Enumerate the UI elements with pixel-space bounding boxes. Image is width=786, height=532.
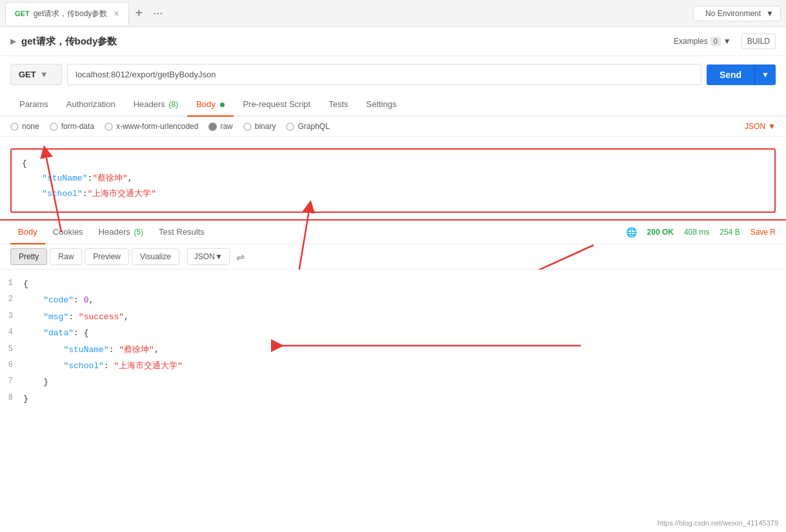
code-line-2: "stuName":"蔡徐坤", (22, 171, 764, 186)
headers-badge: (8) (168, 100, 178, 109)
body-type-bar: none form-data x-www-form-urlencoded raw… (0, 117, 786, 137)
json-line-1: 1 { (0, 276, 786, 292)
radio-raw-icon (208, 123, 217, 131)
resp-tab-cookies[interactable]: Cookies (45, 221, 91, 244)
code-line-3: "school":"上海市交通大学" (22, 186, 764, 201)
examples-button[interactable]: Examples 0 ▼ (674, 37, 731, 46)
tab-headers[interactable]: Headers (8) (125, 93, 187, 117)
resp-tab-test-results[interactable]: Test Results (151, 221, 212, 244)
json-label: JSON (745, 122, 765, 131)
format-pretty-button[interactable]: Pretty (10, 248, 47, 265)
resp-json-label: JSON (194, 252, 215, 261)
response-time: 408 ms (684, 228, 709, 237)
response-status-badge: 200 OK (647, 228, 674, 237)
tab-close-icon[interactable]: × (114, 8, 119, 19)
watermark: https://blog.csdn.net/weixin_41145379 (658, 519, 778, 527)
tab-prerequest[interactable]: Pre-request Script (234, 93, 319, 117)
body-type-graphql[interactable]: GraphQL (286, 122, 329, 131)
response-body-json: 1 { 2 "code": 0, 3 "msg": "success", 4 "… (0, 270, 786, 532)
code-line-1: { (22, 156, 764, 171)
request-title-bar: ▶ get请求，传body参数 Examples 0 ▼ BUILD (0, 27, 786, 56)
tab-method: GET (15, 10, 30, 17)
radio-binary-icon (243, 123, 252, 131)
env-label: No Environment (705, 9, 761, 18)
request-body-editor[interactable]: { "stuName":"蔡徐坤", "school":"上海市交通大学" (10, 148, 776, 213)
radio-none-icon (10, 123, 19, 131)
json-line-7: 7 } (0, 374, 786, 390)
body-type-form-data[interactable]: form-data (50, 122, 94, 131)
examples-label: Examples (674, 37, 708, 46)
breadcrumb-arrow-icon: ▶ (10, 37, 16, 46)
body-type-raw[interactable]: raw (208, 122, 232, 131)
resp-tab-body[interactable]: Body (10, 221, 45, 244)
json-chevron-icon: ▼ (768, 122, 776, 131)
json-line-3: 3 "msg": "success", (0, 309, 786, 325)
response-tabs-bar: Body Cookies Headers (5) Test Results 🌐 … (0, 219, 786, 244)
radio-urlencoded-icon (105, 123, 113, 131)
response-json-dropdown[interactable]: JSON ▼ (187, 248, 230, 265)
tab-title: get请求，传body参数 (34, 8, 108, 19)
body-type-none[interactable]: none (10, 122, 39, 131)
radio-graphql-icon (286, 123, 294, 131)
save-response-button[interactable]: Save R (751, 228, 776, 237)
tab-body[interactable]: Body (187, 93, 234, 117)
body-type-binary[interactable]: binary (243, 122, 276, 131)
format-raw-button[interactable]: Raw (50, 248, 82, 265)
build-button[interactable]: BUILD (741, 34, 776, 49)
method-dropdown[interactable]: GET ▼ (10, 64, 62, 85)
url-bar: GET ▼ Send ▼ (0, 56, 786, 93)
method-text: GET (19, 70, 36, 79)
request-tab[interactable]: GET get请求，传body参数 × (5, 2, 129, 25)
json-line-2: 2 "code": 0, (0, 292, 786, 308)
tab-params[interactable]: Params (10, 93, 57, 117)
format-preview-button[interactable]: Preview (85, 248, 129, 265)
format-visualize-button[interactable]: Visualize (132, 248, 179, 265)
json-format-dropdown[interactable]: JSON ▼ (742, 122, 776, 131)
add-tab-button[interactable]: + (130, 3, 148, 23)
response-status-area: 🌐 200 OK 408 ms 254 B Save R (626, 227, 776, 237)
resp-json-chevron-icon: ▼ (215, 252, 223, 261)
body-active-dot (220, 103, 225, 107)
response-format-bar: Pretty Raw Preview Visualize JSON ▼ ⇌ (0, 244, 786, 270)
tab-authorization[interactable]: Authorization (57, 93, 125, 117)
method-chevron-icon: ▼ (40, 70, 48, 79)
wrap-button[interactable]: ⇌ (236, 251, 245, 263)
request-title: get请求，传body参数 (21, 35, 117, 48)
env-chevron-icon: ▼ (766, 9, 774, 18)
json-line-5: 5 "stuName": "蔡徐坤", (0, 342, 786, 358)
url-input[interactable] (67, 64, 701, 85)
examples-chevron-icon: ▼ (723, 37, 731, 46)
radio-form-data-icon (50, 123, 58, 131)
json-line-8: 8 } (0, 391, 786, 407)
top-tab-bar: GET get请求，传body参数 × + ··· No Environment… (0, 0, 786, 27)
examples-count-badge: 0 (710, 37, 721, 46)
more-tabs-button[interactable]: ··· (148, 4, 168, 23)
send-button-group: Send ▼ (707, 64, 776, 85)
tab-settings[interactable]: Settings (358, 93, 406, 117)
body-type-urlencoded[interactable]: x-www-form-urlencoded (105, 122, 198, 131)
environment-selector[interactable]: No Environment ▼ (693, 6, 781, 21)
send-button[interactable]: Send (707, 64, 754, 85)
globe-icon: 🌐 (626, 227, 637, 237)
request-tabs: Params Authorization Headers (8) Body Pr… (0, 93, 786, 117)
json-line-6: 6 "school": "上海市交通大学" (0, 358, 786, 374)
send-dropdown-button[interactable]: ▼ (754, 64, 776, 85)
json-line-4: 4 "data": { (0, 325, 786, 341)
tab-tests[interactable]: Tests (319, 93, 357, 117)
resp-headers-badge: (5) (134, 228, 143, 237)
resp-tab-headers[interactable]: Headers (5) (91, 221, 151, 244)
response-size: 254 B (720, 228, 740, 237)
